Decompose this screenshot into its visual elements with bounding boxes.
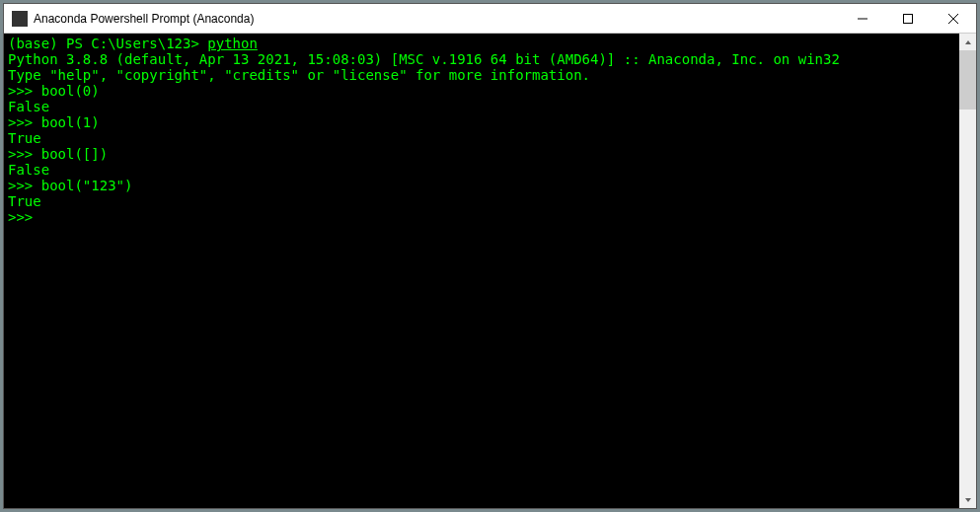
- minimize-button[interactable]: [840, 4, 885, 33]
- terminal-line: True: [8, 130, 955, 146]
- terminal-line: >>> bool("123"): [8, 178, 955, 193]
- scroll-up-button[interactable]: [959, 34, 976, 50]
- terminal-line: >>>: [8, 209, 955, 225]
- scroll-thumb[interactable]: [959, 50, 976, 110]
- terminal-body[interactable]: (base) PS C:\Users\123> pythonPython 3.8…: [4, 34, 959, 508]
- chevron-down-icon: [964, 497, 972, 503]
- terminal-line: Python 3.8.8 (default, Apr 13 2021, 15:0…: [8, 51, 955, 67]
- terminal-line: (base) PS C:\Users\123> python: [8, 36, 955, 51]
- scroll-down-button[interactable]: [959, 491, 976, 508]
- app-icon: [12, 11, 28, 27]
- maximize-icon: [903, 14, 913, 24]
- terminal-line: Type "help", "copyright", "credits" or "…: [8, 67, 955, 83]
- svg-rect-1: [904, 14, 913, 23]
- vertical-scrollbar[interactable]: [959, 34, 976, 508]
- chevron-up-icon: [964, 39, 972, 45]
- minimize-icon: [858, 14, 867, 24]
- maximize-button[interactable]: [885, 4, 931, 33]
- close-button[interactable]: [931, 4, 976, 33]
- terminal-line: False: [8, 162, 955, 178]
- titlebar[interactable]: Anaconda Powershell Prompt (Anaconda): [4, 4, 976, 34]
- terminal-line: >>> bool([]): [8, 146, 955, 162]
- window-controls: [840, 4, 976, 33]
- terminal-body-wrap: (base) PS C:\Users\123> pythonPython 3.8…: [4, 34, 976, 508]
- terminal-window: Anaconda Powershell Prompt (Anaconda) (b…: [3, 3, 977, 509]
- terminal-line: True: [8, 193, 955, 209]
- terminal-line: >>> bool(0): [8, 83, 955, 99]
- scroll-track[interactable]: [959, 50, 976, 491]
- terminal-line: False: [8, 99, 955, 114]
- window-title: Anaconda Powershell Prompt (Anaconda): [34, 12, 840, 26]
- terminal-line: >>> bool(1): [8, 114, 955, 130]
- close-icon: [948, 14, 958, 24]
